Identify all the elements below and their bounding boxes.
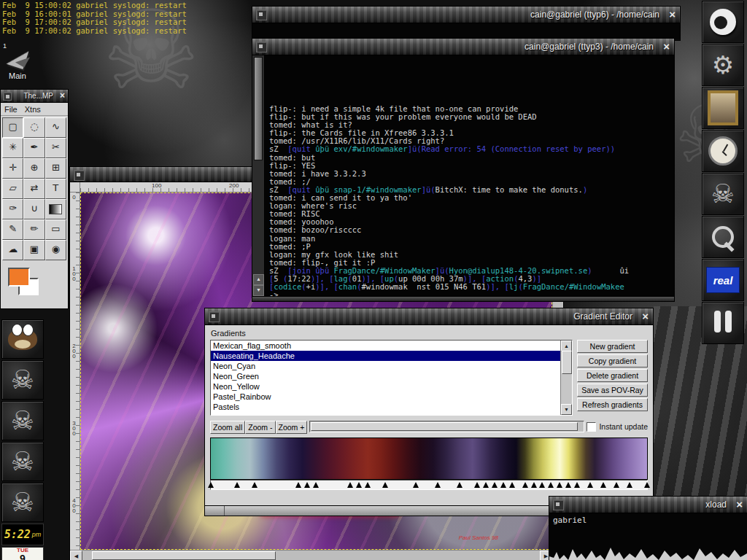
fuzzy-select-tool[interactable]: ✳ [2,138,23,158]
dock-app-media[interactable] [702,302,744,344]
gradient-marker[interactable] [548,482,554,488]
dock-app-realplayer[interactable]: real [702,259,744,301]
dock-clock[interactable]: 5:22 pm [1,524,44,545]
gradient-list-item[interactable]: Neon_Green [211,371,560,381]
bucket-fill-tool[interactable]: ∪ [23,199,44,219]
blend-tool[interactable] [45,199,66,219]
toolbox-titlebar[interactable]: The...MP × [1,90,68,103]
scroll-thumb[interactable] [92,551,276,560]
workspace-clip[interactable]: 1 Main [3,45,44,83]
gradient-marker[interactable] [356,482,362,488]
airbrush-tool[interactable]: ☁ [2,240,23,260]
miniaturize-button[interactable] [209,311,220,322]
terminal-ttyp3-titlebar[interactable]: cain@gabriel (ttyp3) - /home/cain × [252,39,674,55]
convolve-tool[interactable]: ◉ [45,240,66,260]
gradient-editor-button[interactable]: Save as POV-Ray [577,384,648,397]
clone-tool[interactable]: ▣ [23,240,44,260]
terminal-scrollbar[interactable]: ▲ ▼ [252,55,265,297]
gradient-marker[interactable] [474,482,480,488]
gradient-editor-button[interactable]: Copy gradient [577,354,648,368]
gradient-marker[interactable] [252,482,258,488]
gradient-marker[interactable] [500,482,506,488]
close-button[interactable]: × [642,308,649,324]
gradient-marker[interactable] [457,482,462,488]
skull-tile[interactable]: ☠ [1,483,44,522]
pencil-tool[interactable]: ✎ [2,219,23,240]
gradient-list-item[interactable]: Nauseating_Headache [211,351,560,361]
gradient-marker[interactable] [365,482,371,488]
flip-tool[interactable]: ⇄ [23,179,44,199]
miniaturize-button[interactable] [74,170,85,181]
gradient-list-scrollbar[interactable]: ▲ ▼ [560,341,572,415]
scroll-thumb[interactable] [254,57,263,160]
gradient-marker[interactable] [313,482,319,488]
foreground-color-swatch[interactable] [8,268,30,287]
gradient-marker[interactable] [483,482,489,488]
color-picker-tool[interactable]: ✑ [2,199,23,219]
close-button[interactable]: × [736,497,743,512]
gradient-editor-button[interactable]: New gradient [577,340,648,353]
dock-app-painting[interactable] [702,87,744,129]
minimized-gimp-icon[interactable] [1,319,44,359]
bezier-select-tool[interactable]: ✒ [23,138,44,158]
gradient-marker[interactable] [347,482,353,488]
gradient-marker[interactable] [644,482,650,488]
gradient-markers-strip[interactable] [210,480,648,490]
dock-app-pocketwatch[interactable] [702,130,744,172]
gradient-marker[interactable] [509,482,515,488]
crop-tool[interactable]: ⊞ [45,158,66,179]
scroll-left-button[interactable]: ◀ [70,551,82,560]
miniaturize-button[interactable] [256,42,267,52]
gradient-marker[interactable] [492,482,498,488]
dock-app-magnifier[interactable] [702,216,744,258]
eraser-tool[interactable]: ▭ [45,219,66,240]
close-button[interactable]: × [663,39,670,54]
dock-calendar[interactable]: TUE 9 FEB [1,547,44,560]
gradient-marker[interactable] [208,482,214,488]
scroll-up-button[interactable]: ▲ [253,274,264,285]
gradient-editor-button[interactable]: Delete gradient [577,369,648,382]
magnify-tool[interactable]: ⊕ [23,158,44,179]
terminal-ttyp6-titlebar[interactable]: cain@gabriel (ttyp6) - /home/cain × [252,7,680,23]
instant-update-checkbox[interactable] [587,422,596,432]
resize-bar[interactable] [252,296,674,301]
free-select-tool[interactable]: ∿ [45,117,66,138]
miniaturize-button[interactable] [3,92,12,101]
gradient-list-item[interactable]: Neon_Cyan [211,361,560,371]
close-button[interactable]: × [669,7,676,22]
miniaturize-button[interactable] [553,499,564,510]
miniaturize-button[interactable] [256,9,267,20]
scroll-down-button[interactable]: ▼ [253,285,264,296]
skull-tile[interactable]: ☠ [1,442,44,481]
dock-app-settings[interactable]: ⚙ [702,44,744,86]
gradient-editor-titlebar[interactable]: Gradient Editor × [205,308,653,325]
gradient-marker[interactable] [565,482,571,488]
move-tool[interactable]: ✛ [2,158,23,179]
gradient-marker[interactable] [539,482,545,488]
gradient-marker[interactable] [304,482,310,488]
gradient-marker[interactable] [435,482,441,488]
scroll-track[interactable] [82,551,540,560]
canvas-horizontal-scrollbar[interactable]: ◀ ▶ [70,550,552,560]
gradient-list-item[interactable]: Pastel_Rainbow [211,392,560,402]
transform-tool[interactable]: ▱ [2,179,23,199]
scroll-up-button[interactable]: ▲ [561,341,572,351]
gradient-marker[interactable] [627,482,632,488]
xload-titlebar[interactable]: xload × [549,497,747,513]
gradient-marker[interactable] [295,482,301,488]
gradient-list-item[interactable]: Mexican_flag_smooth [211,341,560,351]
gradient-editor-button[interactable]: Refresh gradients [577,398,648,411]
paintbrush-tool[interactable]: ✏ [23,219,44,240]
terminal-text[interactable]: flip-: i need a simple 4k file that no-o… [265,55,674,297]
gradient-marker[interactable] [557,482,562,488]
rect-select-tool[interactable]: ▢ [2,117,23,138]
skull-tile[interactable]: ☠ [1,401,44,440]
scroll-thumb[interactable] [562,351,572,374]
dock-app-windowmaker[interactable] [702,1,744,43]
gradient-preview[interactable] [210,438,648,480]
terminal-ttyp6-body[interactable] [252,23,680,39]
gradient-marker[interactable] [413,482,419,488]
zoom-button[interactable]: Zoom all [210,421,245,434]
scroll-thumb[interactable] [311,422,578,431]
menu-xtns[interactable]: Xtns [25,105,41,114]
